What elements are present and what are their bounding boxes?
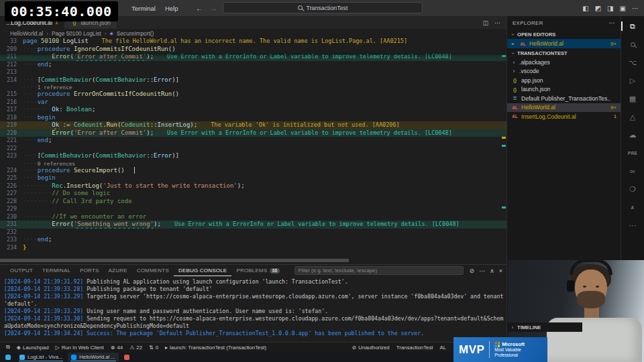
panel-tab-comments[interactable]: COMMENTS <box>132 265 174 276</box>
panel-tab-ports[interactable]: PORTS <box>75 265 103 276</box>
status-launch-config[interactable]: ▸launch: TransactionTest (TransactionTes… <box>162 343 270 353</box>
console-filter-input[interactable]: Filter (e.g. text, !exclude, \escape) <box>294 266 464 275</box>
status-workspace[interactable]: TransactionTest <box>393 343 437 353</box>
code-line[interactable]: 234} <box>0 244 506 252</box>
status-unauthorized[interactable]: ⊘Unauthorized <box>349 343 393 353</box>
workspace-section[interactable]: › TRANSACTIONTEST <box>507 48 621 58</box>
panel-tab-terminal[interactable]: TERMINAL <box>38 265 75 276</box>
command-center[interactable]: TransactionTest <box>223 2 423 13</box>
timeline-section[interactable]: › TIMELINE <box>507 322 582 332</box>
code-line[interactable]: 215····procedure ErrorOnCommitsIfCodeuni… <box>0 90 506 99</box>
code-line[interactable]: 217········Ok: Boolean; <box>0 106 506 114</box>
code-line[interactable]: 225····begin <box>0 174 506 182</box>
code-line[interactable]: 232 <box>0 229 506 237</box>
status-ports[interactable]: ⇅0 <box>146 343 162 353</box>
activity-explorer-icon[interactable]: ⧉ <box>621 20 644 32</box>
codelens-row[interactable]: ····1 reference <box>0 84 506 90</box>
code-line[interactable]: 231········Error('Something went wrong')… <box>0 221 506 229</box>
editor-action-icon[interactable]: ⋯ <box>494 19 500 26</box>
folder-alpackages[interactable]: ›.alpackages <box>507 58 621 67</box>
file-insertlog-codeunit-al[interactable]: ALInsertLog.Codeunit.al1 <box>507 112 621 121</box>
activity-extensions-icon[interactable]: ▦ <box>621 93 644 105</box>
activity-search-icon[interactable] <box>621 38 644 50</box>
code-line[interactable]: 221····end; <box>0 137 506 145</box>
activity-azure-icon[interactable]: ☁ <box>621 129 644 141</box>
status-launchpad[interactable]: ◈Launchpad <box>13 343 52 353</box>
debug-console[interactable]: [2024-09-14 21:39:31.92] Publishing AL a… <box>0 276 506 337</box>
code-line[interactable]: 211········Error('Error after Commit');U… <box>0 53 506 61</box>
folder-vscode[interactable]: ›.vscode <box>507 67 621 76</box>
open-editor-helloworld-al[interactable]: ×ALHelloWorld.al9+ <box>507 39 621 48</box>
editor-action-icon[interactable]: ◫ <box>482 19 488 26</box>
code-line[interactable]: 213 <box>0 68 506 76</box>
status-warnings[interactable]: ⚠22 <box>126 343 146 353</box>
editor[interactable]: 33page 50100 LogListThe file HelloWorld.… <box>0 38 506 264</box>
code-line[interactable]: 33page 50100 LogListThe file HelloWorld.… <box>0 38 506 46</box>
panel-tab-debug-console[interactable]: DEBUG CONSOLE <box>174 265 231 276</box>
code-line[interactable]: 226········Rec.InsertLog('Just to start … <box>0 182 506 190</box>
status-errors[interactable]: ⊗44 <box>107 343 126 353</box>
panel-action-icon[interactable]: ⋯ <box>479 267 485 274</box>
activity-more-icon[interactable]: ⋯ <box>621 219 644 231</box>
chevron-right-icon: › <box>510 324 515 330</box>
file-launch-json[interactable]: {}launch.json <box>507 85 621 95</box>
codelens-row[interactable]: ····0 references <box>0 160 506 167</box>
code-line[interactable]: 224····procedure SecureImport() <box>0 167 506 175</box>
more-actions-icon[interactable]: ⋯ <box>609 19 615 26</box>
activity-test-icon[interactable]: △ <box>621 111 644 123</box>
file-helloworld-al[interactable]: ALHelloWorld.al9+ <box>507 103 621 113</box>
horizontal-scrollbar[interactable] <box>0 259 349 262</box>
taskbar-pinned-app-2[interactable] <box>121 353 133 361</box>
code-line[interactable]: 214····[CommitBehavior(CommitBehavior::E… <box>0 76 506 84</box>
layout-control-icon[interactable]: ◨ <box>607 5 613 12</box>
code-line[interactable]: 228········// Call 3rd party code <box>0 198 506 206</box>
layout-control-icon[interactable]: ◩ <box>595 5 601 12</box>
file-default-publisher-transactiontes[interactable]: ≣Default Publisher_TransactionTes.. <box>507 94 621 103</box>
breadcrumb-item-helloworld-al[interactable]: HelloWorld.al <box>10 30 43 37</box>
panel-action-icon[interactable]: × <box>499 267 502 274</box>
open-editors-section[interactable]: › OPEN EDITORS <box>507 29 621 39</box>
forward-icon[interactable]: → <box>210 5 217 12</box>
code-line[interactable]: 219········Ok := Codeunit.Run(Codeunit::… <box>0 121 506 129</box>
headphones <box>570 260 612 275</box>
panel-tab-output[interactable]: OUTPUT <box>5 265 38 276</box>
panel-tab-problems[interactable]: PROBLEMS66 <box>231 265 284 276</box>
activity-comments-icon[interactable]: ❍ <box>621 183 644 195</box>
activity-azure-pipelines-icon[interactable]: ∞ <box>621 165 644 177</box>
breadcrumb-item-page-50100-loglist[interactable]: Page 50100 LogList <box>52 30 101 37</box>
panel-tab-azure[interactable]: AZURE <box>104 265 132 276</box>
code-line[interactable]: 230········//If we encounter an error <box>0 213 506 221</box>
code-line[interactable]: 218····begin <box>0 114 506 122</box>
code-line[interactable]: 222 <box>0 145 506 153</box>
taskbar-window-loglist[interactable]: LogList - Viva... <box>16 353 66 361</box>
close-icon[interactable]: × <box>511 41 517 47</box>
panel-action-icon[interactable]: ∧ <box>490 267 494 274</box>
code-line[interactable]: 209····procedure IgnoreCommitsIfCodeunit… <box>0 46 506 54</box>
panel-action-icon[interactable]: ⊘ <box>470 267 475 274</box>
code-line[interactable]: 223····[CommitBehavior(CommitBehavior::E… <box>0 152 506 160</box>
activity-run-debug-icon[interactable]: ▷ <box>621 74 644 86</box>
status-run-in-web-client[interactable]: ▷Run In Web Client <box>52 343 107 353</box>
file-app-json[interactable]: {}app.json <box>507 76 621 85</box>
code-line[interactable]: 212····end; <box>0 61 506 69</box>
layout-control-icon[interactable]: ⋯ <box>632 5 639 12</box>
activity-al-pre-icon[interactable]: PRE <box>621 147 644 159</box>
menu-terminal[interactable]: Terminal <box>131 5 156 12</box>
layout-control-icon[interactable]: ▣ <box>620 5 626 12</box>
code-line[interactable]: 229 <box>0 205 506 213</box>
code-line[interactable]: 220········Error('Error after Commit');U… <box>0 129 506 137</box>
status-remote[interactable]: ⧉ <box>3 343 13 353</box>
activity-source-control-icon[interactable]: ⌥ <box>621 56 644 68</box>
layout-control-icon[interactable]: ◧ <box>582 5 588 12</box>
code-line[interactable]: 216····var <box>0 99 506 107</box>
code-line[interactable]: 233····end; <box>0 236 506 244</box>
taskbar-pinned-app-1[interactable] <box>2 353 14 361</box>
menu-help[interactable]: Help <box>165 5 178 12</box>
breadcrumb-item-secureimport[interactable]: SecureImport() <box>117 30 154 37</box>
code-line[interactable]: 227········// Do some logic <box>0 190 506 198</box>
activity-letter-a-icon[interactable]: A <box>621 201 644 213</box>
taskbar-window-helloworld[interactable]: HelloWorld.al ... <box>68 353 118 361</box>
status-language-mode[interactable]: AL <box>436 343 449 353</box>
back-icon[interactable]: ← <box>196 5 203 12</box>
al-file-icon: AL <box>511 105 519 110</box>
